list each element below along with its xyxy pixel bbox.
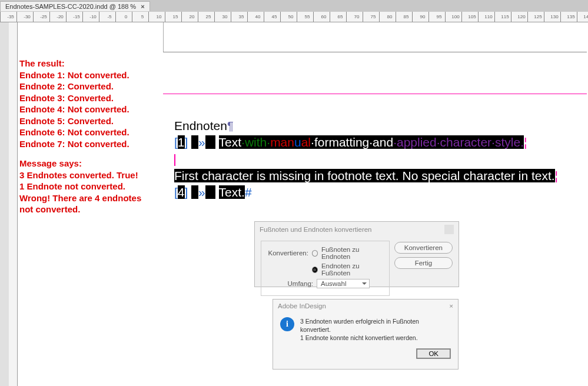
document-tab-bar: Endnotes-SAMPLES-CC-2020.indd @ 188 % × (0, 0, 588, 12)
tab-icon: » (198, 185, 205, 199)
convert-notes-dialog: Fußnoten und Endnoten konvertieren Konve… (254, 221, 459, 287)
annotation-overlay: The result: Endnote 1: Not converted.End… (19, 58, 167, 215)
annotation-line: Endnote 5: Converted. (19, 115, 167, 127)
close-tab-icon[interactable]: × (141, 3, 144, 10)
alert-title: Adobe InDesign (278, 302, 326, 310)
annotation-msg-line: Wrong! There are 4 endnotes (19, 192, 167, 204)
info-icon: i (280, 317, 294, 331)
endnote-line-2: First character is missing in footnote t… (174, 168, 574, 184)
annotation-line: Endnote 1: Not converted. (19, 69, 167, 81)
text-cursor (174, 154, 175, 166)
annotation-msg-heading: Message says: (19, 158, 167, 169)
horizontal-ruler[interactable]: -35-30-25-20-15-10-505101520253035404550… (0, 12, 588, 22)
annotation-msg-line: 1 Endnote not converted. (19, 181, 167, 192)
dialog-titlebar[interactable]: Fußnoten und Endnoten konvertieren (255, 222, 459, 237)
annotation-msg-line: 3 Endnotes converted. True! (19, 169, 167, 181)
endnote-line-1: [1] » Text·with·manual·formatting·and·ap… (174, 134, 574, 151)
end-of-story-icon: # (245, 185, 252, 199)
spacer-line (174, 151, 574, 168)
convert-label: Konvertieren: (267, 249, 308, 257)
pilcrow-icon: ¶ (227, 119, 234, 132)
opt-footnotes-to-endnotes[interactable]: Fußnoten zu Endnoten (321, 246, 383, 260)
document-tab-title: Endnotes-SAMPLES-CC-2020.indd @ 188 % (5, 3, 136, 10)
text-frame[interactable]: Endnoten¶ [1] » Text·with·manual·formatt… (174, 118, 574, 201)
alert-message: 3 Endnoten wurden erfolgreich in Fußnote… (300, 317, 451, 342)
annotation-heading: The result: (19, 58, 167, 69)
document-tab[interactable]: Endnotes-SAMPLES-CC-2020.indd @ 188 % × (0, 1, 150, 11)
annotation-line: Endnote 3: Converted. (19, 92, 167, 104)
vertical-ruler[interactable] (9, 22, 18, 386)
endnotes-title-line: Endnoten¶ (174, 118, 574, 134)
opt-endnotes-to-footnotes[interactable]: Endnoten zu Fußnoten (321, 262, 383, 277)
endnote-line-3: [4] » Text.# (174, 184, 574, 201)
annotation-line: Endnote 4: Not converted. (19, 104, 167, 115)
convert-options-group: Konvertieren: Fußnoten zu Endnoten Endno… (261, 241, 390, 296)
ruler-tick: 140 (577, 12, 588, 22)
convert-button[interactable]: Konvertieren (394, 242, 453, 254)
alert-close-icon[interactable]: × (449, 302, 453, 310)
dialog-title: Fußnoten und Endnoten konvertieren (260, 226, 372, 233)
annotation-msg-line: not converted. (19, 204, 167, 215)
dialog-close-icon[interactable] (444, 225, 454, 234)
done-button[interactable]: Fertig (394, 257, 453, 269)
scope-select[interactable]: Auswahl (317, 279, 370, 288)
tab-icon: » (198, 135, 205, 149)
radio-endnotes-to-footnotes[interactable] (312, 267, 318, 273)
annotation-line: Endnote 2: Converted. (19, 81, 167, 92)
scope-label: Umfang: (267, 280, 313, 287)
alert-titlebar[interactable]: Adobe InDesign × (273, 300, 458, 312)
annotation-line: Endnote 7: Not converted. (19, 138, 167, 150)
radio-footnotes-to-endnotes[interactable] (312, 250, 318, 257)
ok-button[interactable]: OK (416, 348, 451, 359)
endnotes-title: Endnoten (174, 119, 227, 132)
annotation-line: Endnote 6: Not converted. (19, 127, 167, 138)
info-alert-dialog: Adobe InDesign × i 3 Endnoten wurden erf… (273, 299, 459, 370)
